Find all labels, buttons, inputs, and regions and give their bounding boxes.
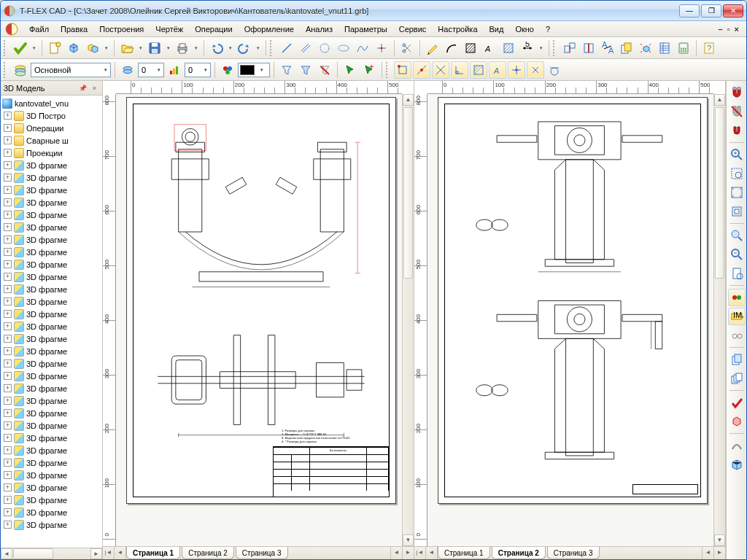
tree-row[interactable]: +3D фрагме bbox=[1, 432, 102, 444]
page-prev-button[interactable]: ◄ bbox=[115, 547, 126, 559]
annotation-icon[interactable]: IMJ bbox=[728, 308, 746, 325]
snap-tangent-button[interactable] bbox=[546, 61, 563, 79]
toolbar-grip-icon[interactable] bbox=[270, 40, 274, 56]
snap-text-button[interactable]: A bbox=[489, 61, 506, 79]
arc-button[interactable] bbox=[443, 39, 460, 57]
tree-row[interactable]: +3D фрагме bbox=[1, 481, 102, 494]
hscroll-right-button[interactable]: ► bbox=[713, 547, 725, 559]
point-button[interactable] bbox=[373, 39, 390, 57]
tree-row[interactable]: +3D фрагме bbox=[1, 518, 102, 531]
filter-clear-button[interactable] bbox=[316, 61, 333, 79]
menu-settings[interactable]: Настройка bbox=[433, 23, 482, 35]
mdi-close-button[interactable]: × bbox=[735, 25, 739, 34]
hscroll-left-button[interactable]: ◄ bbox=[702, 547, 713, 559]
priority-icon[interactable] bbox=[166, 61, 183, 79]
model-tree[interactable]: kantovatel_vnu+3D Постро+Операции+Сварны… bbox=[1, 96, 102, 548]
box-red-icon[interactable] bbox=[728, 413, 746, 430]
new-dropdown[interactable]: ▾ bbox=[103, 45, 110, 51]
projection-button[interactable] bbox=[561, 39, 578, 57]
page-prev-button[interactable]: ◄ bbox=[426, 547, 438, 559]
menu-params[interactable]: Параметры bbox=[339, 23, 392, 35]
tree-row[interactable]: +3D Постро bbox=[1, 109, 102, 122]
open-dropdown[interactable]: ▾ bbox=[137, 45, 144, 51]
level-combo[interactable]: 0▾ bbox=[138, 63, 164, 77]
tree-row[interactable]: +3D фрагме bbox=[1, 469, 102, 481]
mdi-restore-button[interactable]: ▫ bbox=[727, 25, 730, 34]
menu-window[interactable]: Окно bbox=[510, 23, 539, 35]
tree-row[interactable]: +3D фрагме bbox=[1, 283, 102, 295]
menu-layout[interactable]: Оформление bbox=[239, 23, 299, 35]
print-dropdown[interactable]: ▾ bbox=[193, 45, 200, 51]
tree-row[interactable]: +Проекции bbox=[1, 147, 102, 159]
color-picker-icon[interactable] bbox=[219, 61, 236, 79]
tree-row[interactable]: +3D фрагме bbox=[1, 357, 102, 370]
dimension-button[interactable]: 5 bbox=[519, 39, 536, 57]
tree-row[interactable]: +3D фрагме bbox=[1, 233, 102, 246]
snap-intersect-button[interactable] bbox=[432, 61, 449, 79]
priority-combo[interactable]: 0▾ bbox=[185, 63, 211, 77]
ruler-vertical[interactable]: 8007006005004003002001000 bbox=[103, 94, 116, 546]
ruler-horizontal[interactable]: 0100200300400500 bbox=[116, 81, 402, 94]
circle-button[interactable] bbox=[316, 39, 333, 57]
hatch2-button[interactable] bbox=[500, 39, 517, 57]
zoom-extents-icon[interactable] bbox=[728, 203, 746, 220]
pages-icon[interactable] bbox=[728, 370, 746, 387]
zoom-window-icon[interactable] bbox=[728, 165, 746, 182]
close-button[interactable]: ✕ bbox=[723, 4, 743, 18]
tree-row[interactable]: +3D фрагме bbox=[1, 171, 102, 184]
menu-analysis[interactable]: Анализ bbox=[301, 23, 338, 35]
print-button[interactable] bbox=[174, 39, 191, 57]
vscrollbar-right[interactable]: ▲▼ bbox=[713, 94, 725, 546]
magnet-mini-icon[interactable] bbox=[728, 122, 746, 139]
tree-row[interactable]: +3D фрагме bbox=[1, 382, 102, 394]
tree-row[interactable]: +3D фрагме bbox=[1, 506, 102, 518]
tree-row[interactable]: +3D фрагме bbox=[1, 295, 102, 308]
tree-row[interactable]: +3D фрагме bbox=[1, 308, 102, 320]
hscroll-right-button[interactable]: ► bbox=[402, 547, 414, 559]
select-add-button[interactable]: + bbox=[360, 61, 378, 79]
tree-row[interactable]: +3D фрагме bbox=[1, 494, 102, 506]
pin-icon[interactable]: 📌 bbox=[76, 85, 90, 92]
toolbar-grip-icon[interactable] bbox=[4, 40, 8, 56]
copy-page-icon[interactable] bbox=[728, 351, 746, 368]
toolbar-grip-icon[interactable] bbox=[553, 40, 557, 56]
apply-button[interactable] bbox=[12, 39, 29, 57]
page-tab[interactable]: Страница 2 bbox=[492, 547, 546, 559]
cube-blue-icon[interactable] bbox=[728, 456, 746, 473]
tree-row[interactable]: +3D фрагме bbox=[1, 196, 102, 209]
detail-view-button[interactable]: AA bbox=[599, 39, 616, 57]
canvas-left[interactable]: 1. Размеры для справок.2. Материал — Ст3… bbox=[116, 94, 402, 546]
toolbar-grip-icon[interactable] bbox=[386, 62, 390, 78]
magnet-off-icon[interactable] bbox=[728, 103, 746, 120]
zoom-out-icon[interactable] bbox=[728, 246, 746, 263]
open-button[interactable] bbox=[118, 39, 136, 57]
zoom-fit-icon[interactable] bbox=[728, 184, 746, 201]
tree-row[interactable]: +3D фрагме bbox=[1, 159, 102, 171]
sketch-button[interactable] bbox=[424, 39, 441, 57]
maximize-button[interactable]: ❐ bbox=[701, 4, 721, 18]
mdi-minimize-button[interactable]: – bbox=[719, 25, 723, 34]
menu-view[interactable]: Вид bbox=[484, 23, 509, 35]
tree-row[interactable]: +3D фрагме bbox=[1, 184, 102, 196]
double-line-button[interactable] bbox=[297, 39, 314, 57]
tree-row[interactable]: +3D фрагме bbox=[1, 332, 102, 345]
tree-row[interactable]: +Операции bbox=[1, 122, 102, 134]
bom-button[interactable] bbox=[656, 39, 673, 57]
check-red-icon[interactable] bbox=[728, 394, 746, 411]
view-mode-icon[interactable] bbox=[728, 289, 746, 306]
color-combo[interactable]: ▾ bbox=[238, 63, 270, 77]
zoom-page-icon[interactable] bbox=[728, 265, 746, 282]
tree-row[interactable]: +3D фрагме bbox=[1, 221, 102, 233]
snap-hatch-button[interactable] bbox=[470, 61, 487, 79]
layers-manage-icon[interactable] bbox=[119, 61, 136, 79]
menu-file[interactable]: Файл bbox=[24, 23, 54, 35]
ruler-vertical[interactable]: 8007006005004003002001000 bbox=[414, 94, 427, 546]
tree-row[interactable]: +3D фрагме bbox=[1, 407, 102, 419]
new-3d-button[interactable] bbox=[65, 39, 82, 57]
glasses-icon[interactable] bbox=[728, 327, 746, 344]
canvas-right[interactable] bbox=[427, 94, 713, 546]
layer-combo[interactable]: Основной▾ bbox=[31, 63, 111, 77]
new-assembly-button[interactable] bbox=[84, 39, 101, 57]
menu-help[interactable]: ? bbox=[541, 23, 555, 35]
menu-edit[interactable]: Правка bbox=[55, 23, 93, 35]
